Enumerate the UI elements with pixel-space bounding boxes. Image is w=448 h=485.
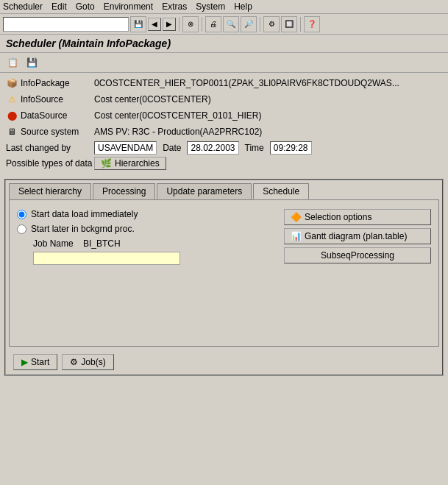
schedule-left: Start data load immediately Start later … xyxy=(17,209,277,265)
job-name-value: BI_BTCH xyxy=(83,238,121,249)
command-field[interactable] xyxy=(3,17,129,32)
toolbar-open-icon[interactable]: 💾 xyxy=(24,54,40,71)
source-system-label: 🖥 Source system xyxy=(6,126,94,138)
toolbar-separator-2 xyxy=(202,17,202,32)
schedule-layout: Start data load immediately Start later … xyxy=(17,209,431,265)
radio-immediate[interactable] xyxy=(17,210,26,219)
toolbar-settings-icon[interactable]: ⚙ xyxy=(263,16,280,32)
radio-immediate-row: Start data load immediately xyxy=(17,209,277,219)
schedule-right-buttons: 🔶 Selection options 📊 Gantt diagram (pla… xyxy=(284,209,431,265)
date-label: Date xyxy=(163,143,181,153)
date-value: 28.02.2003 xyxy=(187,141,238,155)
jobs-icon: ⚙ xyxy=(70,357,78,367)
menu-help[interactable]: Help xyxy=(234,1,252,12)
datasource-label: ⬤ DataSource xyxy=(6,110,94,121)
tab-schedule[interactable]: Schedule xyxy=(253,183,309,199)
toolbar-separator-1 xyxy=(179,17,179,32)
toolbar-save-icon[interactable]: 💾 xyxy=(130,16,146,32)
infosource-value: Cost center(0COSTCENTER) xyxy=(94,94,211,105)
gantt-button[interactable]: 📊 Gantt diagram (plan.table) xyxy=(284,228,431,244)
main-content: Select hierarchy Processing Update param… xyxy=(4,179,444,376)
toolbar-separator-4 xyxy=(300,17,301,32)
start-icon: ▶ xyxy=(21,357,28,367)
toolbar: 💾 ◀ ▶ ⊗ 🖨 🔍 🔎 ⚙ 🔲 ❓ xyxy=(0,14,448,35)
subseq-processing-button[interactable]: SubseqProcessing xyxy=(284,247,431,263)
infopackage-icon: 📦 xyxy=(6,77,18,89)
selection-options-icon: 🔶 xyxy=(291,212,302,222)
infopackage-label: 📦 InfoPackage xyxy=(6,77,94,89)
last-changed-user: USAVENDAM xyxy=(94,141,157,155)
menu-extras[interactable]: Extras xyxy=(162,1,187,12)
menu-environment[interactable]: Environment xyxy=(104,1,153,12)
job-name-label: Job Name xyxy=(33,238,77,249)
infosource-label: ⚠ InfoSource xyxy=(6,93,94,105)
toolbar-print-icon[interactable]: 🖨 xyxy=(205,16,221,32)
title-bar: Scheduler (Maintain InfoPackage) xyxy=(0,35,448,53)
toolbar-new-icon[interactable]: 📋 xyxy=(4,54,21,71)
toolbar-help-icon[interactable]: ❓ xyxy=(304,16,320,32)
radio-later-label: Start later in bckgrnd proc. xyxy=(31,224,135,234)
info-panel: 📦 InfoPackage 0COSTCENTER_HIER_TOP0011(Z… xyxy=(0,73,448,174)
job-input-field[interactable] xyxy=(33,252,180,265)
menu-bar: Scheduler Edit Goto Environment Extras S… xyxy=(0,0,448,14)
datasource-icon: ⬤ xyxy=(6,110,18,121)
schedule-tab-content: Start data load immediately Start later … xyxy=(9,199,439,347)
toolbar-cancel-icon[interactable]: ⊗ xyxy=(182,16,199,32)
menu-system[interactable]: System xyxy=(196,1,225,12)
hierarchy-icon: 🌿 xyxy=(101,158,112,169)
radio-later[interactable] xyxy=(17,224,26,234)
start-button[interactable]: ▶ Start xyxy=(13,354,57,370)
infosource-row: ⚠ InfoSource Cost center(0COSTCENTER) xyxy=(6,92,442,107)
time-label: Time xyxy=(245,143,264,153)
yellow-input-wrapper xyxy=(33,252,277,265)
selection-options-button[interactable]: 🔶 Selection options xyxy=(284,209,431,225)
source-system-value: AMS PV: R3C - Production(AA2PRRC102) xyxy=(94,127,262,137)
tab-update-parameters[interactable]: Update parameters xyxy=(157,183,252,199)
time-value: 09:29:28 xyxy=(270,141,312,155)
job-name-row: Job Name BI_BTCH xyxy=(33,238,277,249)
menu-scheduler[interactable]: Scheduler xyxy=(3,1,43,12)
toolbar-forward-icon[interactable]: ▶ xyxy=(163,18,176,31)
toolbar-back-icon[interactable]: ◀ xyxy=(148,18,161,31)
toolbar-find-icon[interactable]: 🔍 xyxy=(223,16,239,32)
toolbar-find-next-icon[interactable]: 🔎 xyxy=(241,16,257,32)
source-system-row: 🖥 Source system AMS PV: R3C - Production… xyxy=(6,124,442,139)
infopackage-row: 📦 InfoPackage 0COSTCENTER_HIER_TOP0011(Z… xyxy=(6,76,442,91)
bottom-button-bar: ▶ Start ⚙ Job(s) xyxy=(6,350,442,375)
radio-later-row: Start later in bckgrnd proc. xyxy=(17,224,277,234)
gantt-icon: 📊 xyxy=(291,231,302,241)
infopackage-value: 0COSTCENTER_HIER_TOP0011(ZPAK_3LI0PAIRV6… xyxy=(94,78,399,88)
menu-edit[interactable]: Edit xyxy=(51,1,67,12)
toolbar-separator-3 xyxy=(260,17,260,32)
tab-processing[interactable]: Processing xyxy=(93,183,155,199)
toolbar-layout-icon[interactable]: 🔲 xyxy=(281,16,297,32)
last-changed-row: Last changed by USAVENDAM Date 28.02.200… xyxy=(6,141,442,155)
radio-immediate-label: Start data load immediately xyxy=(31,209,138,219)
datasource-row: ⬤ DataSource Cost center(0COSTCENTER_010… xyxy=(6,108,442,123)
jobs-button[interactable]: ⚙ Job(s) xyxy=(62,354,113,370)
menu-goto[interactable]: Goto xyxy=(76,1,95,12)
possible-types-label: Possible types of data xyxy=(6,158,94,169)
last-changed-label: Last changed by xyxy=(6,143,94,153)
datasource-value: Cost center(0COSTCENTER_0101_HIER) xyxy=(94,110,261,121)
possible-types-row: Possible types of data 🌿 Hierarchies xyxy=(6,157,442,170)
tab-select-hierarchy[interactable]: Select hierarchy xyxy=(9,183,91,199)
source-system-icon: 🖥 xyxy=(6,126,18,138)
infosource-icon: ⚠ xyxy=(6,93,18,105)
icon-toolbar: 📋 💾 xyxy=(0,53,448,73)
page-title: Scheduler (Maintain InfoPackage) xyxy=(6,38,442,49)
tab-bar: Select hierarchy Processing Update param… xyxy=(6,180,442,199)
hierarchies-button[interactable]: 🌿 Hierarchies xyxy=(94,157,166,170)
